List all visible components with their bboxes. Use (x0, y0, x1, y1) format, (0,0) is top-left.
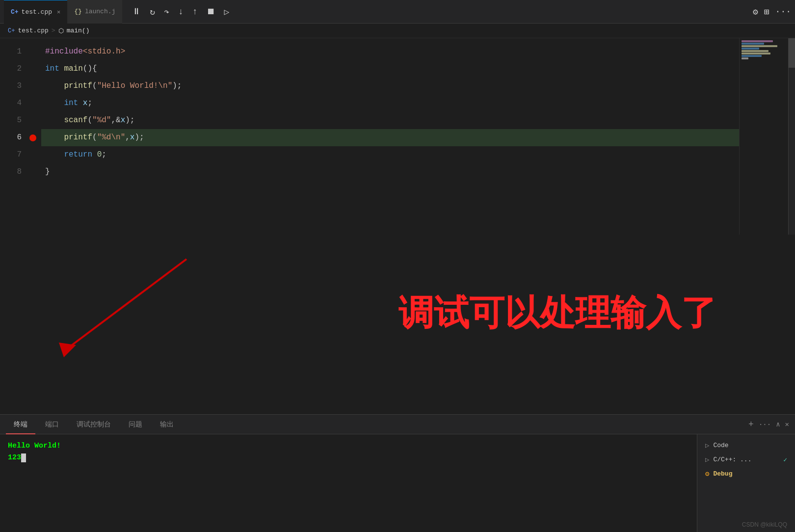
bp-3[interactable] (29, 78, 41, 95)
panel-more-button[interactable]: ··· (759, 421, 771, 428)
panel-sidebar-code[interactable]: ▷ Code (697, 438, 795, 452)
bp-8[interactable] (29, 163, 41, 181)
toolbar-right: ⚙ ⊞ ··· (753, 6, 791, 17)
tab-label-launch-json: launch.j (85, 8, 115, 15)
bp-2[interactable] (29, 60, 41, 78)
terminal-line-1: Hello World! (8, 440, 689, 452)
code-line-6: printf("%d\n",x); (41, 129, 739, 146)
minimap-line-8 (742, 57, 748, 59)
breakpoint-dot (29, 134, 36, 141)
restart-button[interactable]: ↻ (148, 4, 157, 19)
panel-sidebar-debug[interactable]: ⚙ Debug (697, 467, 795, 481)
terminal-area[interactable]: Hello World! 123 (0, 434, 697, 532)
minimap-line-5 (742, 50, 768, 52)
code-line-5: scanf("%d",&x); (41, 112, 739, 129)
bp-5[interactable] (29, 112, 41, 129)
breadcrumb-file-icon: C+ (8, 27, 15, 34)
editor-scrollbar[interactable] (788, 38, 795, 235)
code-content[interactable]: #include<stdio.h> int main(){ printf("He… (41, 38, 739, 235)
code-line-4: int x; (41, 95, 739, 112)
panel-close-button[interactable]: ✕ (785, 420, 789, 428)
svg-line-0 (69, 259, 186, 347)
line-num-7: 7 (0, 146, 22, 163)
line-num-8: 8 (0, 163, 22, 181)
editor-area: 1 2 3 4 5 6 7 8 #include<stdio.h> int ma… (0, 38, 795, 235)
panel-tabs-right: + ··· ∧ ✕ (748, 420, 789, 429)
line-numbers: 1 2 3 4 5 6 7 8 (0, 38, 29, 235)
step-into-button[interactable]: ↓ (176, 5, 186, 19)
tab-bar: C+ test.cpp ✕ {} launch.j ⏸ ↻ ↷ ↓ ↑ ⏹ ▷ … (0, 0, 795, 24)
more-icon[interactable]: ··· (775, 7, 791, 17)
panel-tab-terminal[interactable]: 终端 (6, 415, 35, 434)
tab-test-cpp[interactable]: C+ test.cpp ✕ (4, 0, 67, 24)
sidebar-debug-label: Debug (713, 470, 732, 478)
watermark: CSDN @kikiLQQ (742, 521, 787, 528)
panel-sidebar-cpp[interactable]: ▷ C/C++: ... ✓ (697, 452, 795, 467)
minimap-line-1 (742, 40, 773, 42)
annotation-arrow (49, 239, 245, 367)
panel-content: Hello World! 123 ▷ Code ▷ C/C++: ... ✓ ⚙… (0, 434, 795, 532)
code-line-7: return 0; (41, 146, 739, 163)
breadcrumb-sep1: > (52, 27, 55, 34)
breadcrumb: C+ test.cpp > ⬡ main() (0, 24, 795, 38)
line-num-4: 4 (0, 95, 22, 112)
continue-button[interactable]: ▷ (222, 4, 232, 19)
step-out-button[interactable]: ↑ (190, 5, 200, 19)
panel-maximize-button[interactable]: ∧ (776, 420, 780, 428)
bp-7[interactable] (29, 146, 41, 163)
tab-label-test-cpp: test.cpp (22, 8, 52, 16)
middle-area: 调试可以处理输入了 (0, 235, 795, 392)
code-line-3: printf("Hello World!\n"); (41, 78, 739, 95)
minimap-code (740, 38, 788, 62)
line-num-1: 1 (0, 43, 22, 60)
terminal-cursor (21, 453, 26, 462)
scrollbar-thumb[interactable] (789, 38, 795, 68)
minimap-line-4 (742, 48, 759, 50)
sidebar-code-label: Code (713, 442, 728, 449)
panel-tabs: 终端 端口 调试控制台 问题 输出 + ··· ∧ ✕ (0, 415, 795, 434)
sidebar-cpp-check: ✓ (783, 456, 787, 464)
line-num-5: 5 (0, 112, 22, 129)
cpp-icon: C+ (11, 8, 19, 16)
breadcrumb-func-icon: ⬡ (58, 27, 64, 35)
breadcrumb-func[interactable]: main() (67, 27, 90, 34)
terminal-line-2: 123 (8, 452, 689, 464)
bottom-panel: 终端 端口 调试控制台 问题 输出 + ··· ∧ ✕ Hello World!… (0, 414, 795, 532)
add-terminal-button[interactable]: + (748, 420, 754, 429)
breakpoint-column (29, 38, 41, 235)
pause-button[interactable]: ⏸ (130, 4, 143, 19)
code-line-8: } (41, 163, 739, 181)
sidebar-cpp-label: C/C++: ... (713, 456, 751, 463)
line-num-2: 2 (0, 60, 22, 78)
code-line-2: int main(){ (41, 60, 739, 78)
panel-tab-debug-console[interactable]: 调试控制台 (69, 415, 119, 434)
minimap (739, 38, 788, 235)
tab-close-test-cpp[interactable]: ✕ (57, 8, 60, 16)
minimap-line-3 (742, 45, 777, 47)
bp-6[interactable] (29, 129, 41, 146)
minimap-line-7 (742, 55, 762, 57)
breadcrumb-file[interactable]: test.cpp (18, 27, 48, 34)
panel-tab-problems[interactable]: 问题 (121, 415, 150, 434)
panel-sidebar: ▷ Code ▷ C/C++: ... ✓ ⚙ Debug (697, 434, 795, 532)
minimap-line-2 (742, 43, 764, 45)
code-line-1: #include<stdio.h> (41, 43, 739, 60)
line-num-3: 3 (0, 78, 22, 95)
sidebar-debug-icon: ⚙ (705, 470, 709, 478)
stop-button[interactable]: ⏹ (205, 4, 217, 19)
svg-marker-1 (59, 343, 76, 357)
bp-1[interactable] (29, 43, 41, 60)
tab-launch-json[interactable]: {} launch.j (67, 0, 122, 24)
layout-icon[interactable]: ⊞ (764, 6, 769, 17)
minimap-line-6 (742, 53, 770, 54)
annotation-text: 调试可以处理输入了 (398, 290, 716, 337)
settings-icon[interactable]: ⚙ (753, 6, 758, 17)
sidebar-cpp-icon: ▷ (705, 455, 709, 464)
sidebar-code-icon: ▷ (705, 441, 709, 450)
panel-tab-output[interactable]: 输出 (152, 415, 182, 434)
step-over-button[interactable]: ↷ (162, 4, 171, 19)
json-icon: {} (74, 8, 82, 15)
panel-tab-ports[interactable]: 端口 (37, 415, 67, 434)
line-num-6: 6 (0, 129, 22, 146)
bp-4[interactable] (29, 95, 41, 112)
